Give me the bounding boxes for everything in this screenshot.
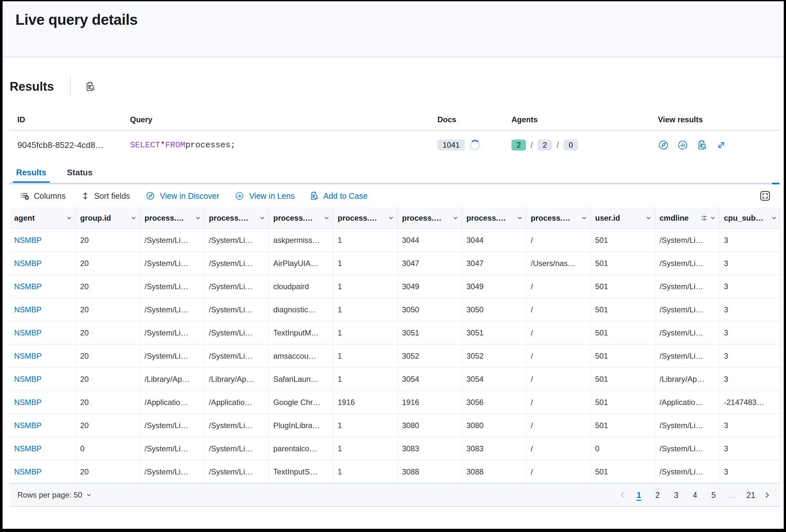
table-row: NSMBP20/System/Li…/System/Li…askpermiss…… [10, 229, 781, 252]
grid-column-header[interactable]: process.… [269, 208, 333, 229]
grid-cell: 20 [76, 368, 140, 391]
inspect-button[interactable] [85, 81, 96, 92]
chevron-down-icon[interactable] [130, 215, 137, 222]
summary-table-header: ID Query Docs Agents View results [10, 112, 781, 130]
column-header-label: process.… [338, 214, 386, 223]
page-number-button[interactable]: 21 [744, 488, 758, 502]
grid-column-header[interactable]: user.id [591, 208, 655, 229]
chevron-down-icon[interactable] [710, 215, 716, 222]
column-header-label: group.id [80, 214, 129, 223]
agent-link[interactable]: NSMBP [14, 259, 42, 268]
page-number-button[interactable]: 3 [669, 488, 683, 502]
next-page-button[interactable] [763, 490, 771, 500]
grid-column-header[interactable]: process.… [462, 208, 526, 229]
grid-cell: amsaccou… [269, 344, 333, 368]
grid-column-header[interactable]: process.… [397, 208, 462, 229]
column-actions-icon[interactable] [700, 214, 708, 222]
agent-link[interactable]: NSMBP [14, 282, 42, 291]
rows-per-page-button[interactable]: Rows per page: 50 [17, 490, 92, 500]
column-header-label: cpu_sub… [724, 214, 769, 223]
grid-cell: 1 [333, 344, 397, 368]
pagination: 12345…21 [618, 488, 771, 502]
view-in-discover-button[interactable]: View in Discover [145, 190, 219, 201]
tab-results[interactable]: Results [13, 162, 50, 183]
fullscreen-icon [759, 190, 771, 202]
grid-column-header[interactable]: group.id [76, 208, 140, 229]
tab-status[interactable]: Status [64, 162, 96, 183]
grid-column-header[interactable]: agent [10, 208, 76, 229]
open-action-button[interactable] [716, 140, 727, 150]
table-row: NSMBP20/System/Li…/System/Li…AirPlayUIA…… [10, 252, 781, 275]
slash-separator: / [556, 140, 559, 150]
agent-link[interactable]: NSMBP [14, 467, 42, 476]
page-number-button[interactable]: 5 [707, 488, 721, 502]
agent-link[interactable]: NSMBP [14, 236, 42, 245]
column-header-label: process.… [144, 214, 193, 223]
sort-fields-button[interactable]: Sort fields [80, 191, 130, 201]
discover-action-button[interactable] [658, 140, 669, 150]
chevron-down-icon[interactable] [770, 215, 778, 222]
grid-column-header[interactable]: process.… [140, 208, 204, 229]
grid-cell: / [526, 298, 591, 321]
grid-cell: 501 [591, 460, 655, 483]
grid-cell: 20 [76, 414, 140, 437]
grid-cell: NSMBP [10, 344, 76, 368]
grid-cell: 3050 [462, 298, 526, 321]
previous-page-button[interactable] [618, 490, 627, 500]
lens-icon [235, 191, 244, 201]
grid-cell: 0 [591, 437, 655, 460]
agent-link[interactable]: NSMBP [14, 305, 42, 314]
inspect-action-button[interactable] [696, 140, 708, 150]
grid-cell: /System/Li… [204, 252, 269, 275]
chevron-down-icon[interactable] [66, 215, 73, 222]
agent-link[interactable]: NSMBP [14, 375, 42, 384]
grid-cell: /System/Li… [204, 275, 269, 298]
chevron-down-icon[interactable] [516, 215, 523, 222]
page-number-button[interactable]: 1 [632, 488, 646, 502]
grid-column-header[interactable]: process.… [333, 208, 397, 229]
page-number-button[interactable]: 2 [650, 488, 665, 502]
agent-link[interactable]: NSMBP [14, 398, 42, 407]
add-to-case-button[interactable]: Add to Case [309, 191, 368, 201]
column-header-label: process.… [531, 214, 579, 223]
agent-link[interactable]: NSMBP [14, 444, 42, 453]
grid-cell: 3056 [462, 391, 526, 414]
agent-link[interactable]: NSMBP [14, 329, 42, 337]
agent-link[interactable]: NSMBP [14, 352, 42, 361]
chevron-down-icon[interactable] [194, 215, 202, 222]
grid-cell: / [526, 414, 591, 437]
grid-column-header[interactable]: cmdline [655, 208, 719, 229]
chevron-down-icon[interactable] [259, 215, 266, 222]
summary-table-row: 9045fcb8-8522-4cd8… SELECT * FROM proces… [10, 130, 781, 160]
grid-column-header[interactable]: process.… [526, 208, 591, 229]
fullscreen-button[interactable] [759, 190, 771, 202]
columns-button[interactable]: Columns [20, 191, 66, 201]
chevron-down-icon[interactable] [581, 215, 588, 222]
agent-link[interactable]: NSMBP [14, 421, 42, 430]
chevron-down-icon[interactable] [323, 215, 330, 222]
grid-cell: /System/Li… [655, 414, 719, 437]
chevron-down-icon[interactable] [452, 215, 459, 222]
agents-badge-failed: 0 [563, 140, 578, 150]
pagination-ellipsis: … [725, 488, 739, 502]
docs-count-badge: 1041 [437, 140, 465, 150]
grid-toolbar: Columns Sort fields View in Discover Vi [10, 184, 781, 208]
grid-cell: /System/Li… [655, 252, 719, 275]
loading-spinner [470, 140, 480, 150]
grid-column-header[interactable]: cpu_sub… [719, 208, 781, 229]
chevron-down-icon[interactable] [388, 215, 395, 222]
chevron-down-icon[interactable] [645, 215, 652, 222]
grid-cell: SafariLaun… [269, 368, 333, 391]
page-number-button[interactable]: 4 [688, 488, 702, 502]
page-header: Live query details [3, 1, 784, 57]
grid-column-header[interactable]: process.… [204, 208, 269, 229]
grid-cell: 20 [76, 460, 140, 483]
grid-cell: 1 [333, 298, 397, 321]
sort-icon [80, 191, 90, 201]
view-in-lens-button[interactable]: View in Lens [234, 190, 295, 201]
lens-action-button[interactable] [677, 140, 688, 150]
grid-cell: 3 [719, 437, 781, 460]
grid-cell: /System/Li… [204, 437, 269, 460]
grid-cell: 20 [76, 275, 140, 298]
grid-cell: 3088 [397, 460, 462, 483]
